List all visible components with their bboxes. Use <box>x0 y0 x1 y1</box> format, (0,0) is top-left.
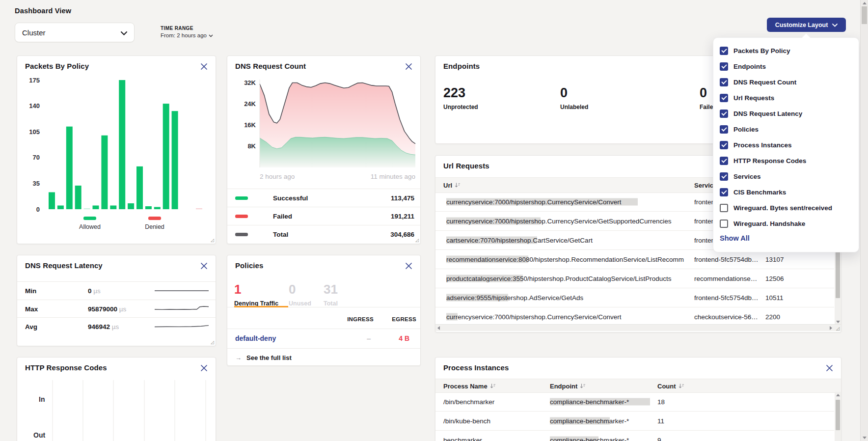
endpoint-cell: compliance-benchmarker-* <box>550 398 655 405</box>
menu-item-label: HTTP Response Codes <box>733 157 806 165</box>
url-column-header[interactable]: Url <box>443 182 461 189</box>
process-name-column-header[interactable]: Process Name <box>443 382 496 389</box>
checkbox[interactable] <box>720 110 728 118</box>
card-process-instances: Process Instances Process Name Endpoint … <box>435 357 841 441</box>
endpoint-cell: compliance-benchmarker-* <box>550 436 655 441</box>
menu-item-label: DNS Request Latency <box>733 110 802 117</box>
card-title: Packets By Policy <box>25 62 89 70</box>
url-cell: currencyservice:7000/hipstershop.Currenc… <box>446 313 688 320</box>
menu-item-dns-request-latency[interactable]: DNS Request Latency <box>713 106 859 121</box>
process-table-row[interactable]: /bin/benchmarkercompliance-benchmarker-*… <box>435 392 834 412</box>
url-table-row[interactable]: currencyservice:7000/hipstershop.Currenc… <box>435 307 834 327</box>
close-icon[interactable] <box>200 63 208 70</box>
service-cell: checkoutservice-56… <box>694 313 762 320</box>
sort-icon <box>455 183 461 188</box>
svg-text:175: 175 <box>29 77 40 84</box>
menu-item-cis-benchmarks[interactable]: CIS Benchmarks <box>713 184 859 200</box>
resize-handle-icon[interactable]: ◿ <box>836 326 840 331</box>
resize-handle-icon[interactable]: ◿ <box>415 238 419 243</box>
policies-tab-total[interactable]: 31 Total <box>324 283 338 307</box>
policies-tab-unused[interactable]: 0 Unused <box>289 283 311 307</box>
process-table-row[interactable]: benchmarkercompliance-benchmarker-*9 <box>435 430 834 441</box>
checkbox[interactable] <box>720 47 728 55</box>
menu-item-wireguard-bytes-sent-received[interactable]: Wireguard. Bytes sent/received <box>713 200 859 216</box>
show-all-link[interactable]: Show All <box>720 234 750 242</box>
process-vertical-scrollbar[interactable] <box>835 392 841 441</box>
latency-row-max: Max95879000 µs <box>17 300 216 318</box>
customize-layout-menu: Packets By PolicyEndpointsDNS Request Co… <box>713 37 859 252</box>
menu-item-label: Url Requests <box>733 94 774 102</box>
url-cell: currencyservice:7000/hipstershop.Currenc… <box>446 198 688 205</box>
card-title: HTTP Response Codes <box>25 363 107 372</box>
checkbox[interactable] <box>720 94 728 102</box>
close-icon[interactable] <box>200 262 208 270</box>
checkbox[interactable] <box>720 220 728 228</box>
endpoint-column-header[interactable]: Endpoint <box>550 382 586 389</box>
menu-item-process-instances[interactable]: Process Instances <box>713 137 859 153</box>
dns-area-chart: 32K24K16K8K2 hours ago11 minutes ago <box>232 76 417 185</box>
menu-item-services[interactable]: Services <box>713 168 859 184</box>
count-cell: 13107 <box>765 255 819 263</box>
legend-swatch <box>235 196 248 200</box>
policy-link[interactable]: default-deny <box>235 334 276 342</box>
close-icon[interactable] <box>405 262 412 270</box>
menu-item-endpoints[interactable]: Endpoints <box>713 58 859 74</box>
menu-item-packets-by-policy[interactable]: Packets By Policy <box>713 43 859 58</box>
checkbox[interactable] <box>720 157 728 165</box>
card-dns-request-count: DNS Request Count 32K24K16K8K2 hours ago… <box>227 55 421 244</box>
close-icon[interactable] <box>405 63 412 70</box>
time-range: TIME RANGE From: 2 hours ago <box>161 26 213 38</box>
resize-handle-icon[interactable]: ◿ <box>211 340 214 345</box>
page-scrollbar[interactable] <box>860 0 868 441</box>
chevron-down-icon <box>209 32 213 38</box>
customize-layout-button[interactable]: Customize Layout <box>767 18 846 32</box>
url-horizontal-scrollbar[interactable] <box>435 324 841 331</box>
time-range-from[interactable]: From: 2 hours ago <box>161 32 213 38</box>
chevron-down-icon <box>121 28 127 37</box>
menu-item-policies[interactable]: Policies <box>713 121 859 137</box>
menu-item-http-response-codes[interactable]: HTTP Response Codes <box>713 153 859 168</box>
ingress-value: – <box>332 334 374 342</box>
card-title: Process Instances <box>443 363 509 372</box>
card-http-response-codes: HTTP Response Codes In Out <box>17 357 216 441</box>
card-packets-by-policy: Packets By Policy 03570105140175AllowedD… <box>17 55 216 244</box>
legend-label: Failed <box>273 213 292 220</box>
checkbox[interactable] <box>720 188 728 196</box>
count-cell: 18 <box>657 398 711 405</box>
view-select[interactable]: Cluster <box>15 23 135 42</box>
process-name-cell: /bin/kube-bench <box>443 417 542 424</box>
count-column-header[interactable]: Count <box>657 382 684 389</box>
process-name-cell: benchmarker <box>443 436 542 441</box>
checkbox[interactable] <box>720 141 728 149</box>
checkbox[interactable] <box>720 204 728 212</box>
arrow-right-icon: → <box>235 354 242 361</box>
dns-legend-row: Failed191,211 <box>227 207 420 225</box>
menu-item-dns-request-count[interactable]: DNS Request Count <box>713 74 859 90</box>
checkbox[interactable] <box>720 62 728 71</box>
process-name-cell: /bin/benchmarker <box>443 398 542 405</box>
latency-label: Min <box>25 287 36 295</box>
count-cell: 10511 <box>765 294 819 301</box>
svg-text:0: 0 <box>36 206 40 213</box>
page-title: Dashboard View <box>15 7 71 15</box>
menu-item-wireguard-handshake[interactable]: Wireguard. Handshake <box>713 216 859 231</box>
resize-handle-icon[interactable]: ◿ <box>211 238 214 243</box>
url-table-row[interactable]: recommendationservice:8080/hipstershop.R… <box>435 249 834 269</box>
policies-table-header: INGRESS EGRESS <box>227 314 420 327</box>
url-table-row[interactable]: adservice:9555/hipstershop.AdService/Get… <box>435 288 834 307</box>
close-icon[interactable] <box>826 364 833 372</box>
policies-tab-denying[interactable]: 1 Denying Traffic <box>234 283 278 307</box>
process-table-row[interactable]: /bin/kube-benchcompliance-benchmarker-*1… <box>435 411 834 431</box>
menu-item-url-requests[interactable]: Url Requests <box>713 90 859 106</box>
close-icon[interactable] <box>200 364 208 372</box>
checkbox[interactable] <box>720 78 728 86</box>
packets-bar-chart: 03570105140175AllowedDenied <box>22 76 212 238</box>
see-full-list-link[interactable]: → See the full list <box>235 354 292 361</box>
svg-text:2 hours ago: 2 hours ago <box>260 173 295 180</box>
latency-label: Max <box>25 305 38 312</box>
checkbox[interactable] <box>720 125 728 134</box>
url-table-row[interactable]: productcatalogservice:3550/hipstershop.P… <box>435 269 834 288</box>
legend-swatch <box>235 215 248 218</box>
svg-text:24K: 24K <box>244 100 256 108</box>
checkbox[interactable] <box>720 172 728 181</box>
